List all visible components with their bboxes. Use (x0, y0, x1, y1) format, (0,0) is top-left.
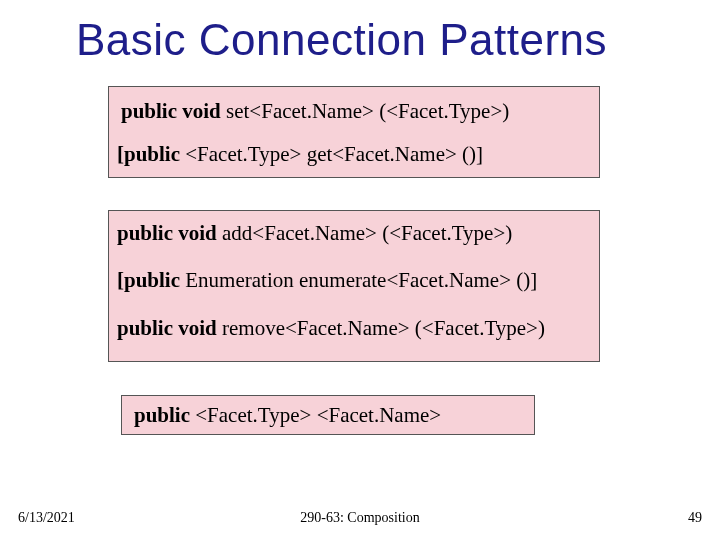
code-text: <Facet.Type> get<Facet.Name> ()] (180, 142, 483, 166)
code-line: [public <Facet.Type> get<Facet.Name> ()] (117, 140, 591, 169)
footer-center: 290-63: Composition (0, 510, 720, 526)
slide: Basic Connection Patterns public void se… (0, 0, 720, 540)
keyword: public void (117, 221, 217, 245)
code-line: public void add<Facet.Name> (<Facet.Type… (117, 219, 591, 248)
keyword: public void (117, 316, 217, 340)
footer-page-number: 49 (688, 510, 702, 526)
code-line: public void set<Facet.Name> (<Facet.Type… (121, 97, 591, 126)
code-line: public <Facet.Type> <Facet.Name> (134, 402, 526, 429)
code-text: add<Facet.Name> (<Facet.Type>) (217, 221, 512, 245)
code-line: [public Enumeration enumerate<Facet.Name… (117, 266, 591, 295)
page-title: Basic Connection Patterns (76, 15, 607, 65)
code-text: Enumeration enumerate<Facet.Name> ()] (180, 268, 537, 292)
pattern-box-2: public void add<Facet.Name> (<Facet.Type… (108, 210, 600, 362)
pattern-box-1: public void set<Facet.Name> (<Facet.Type… (108, 86, 600, 178)
keyword: [public (117, 142, 180, 166)
code-text: <Facet.Type> <Facet.Name> (190, 403, 441, 427)
keyword: public (134, 403, 190, 427)
code-text: remove<Facet.Name> (<Facet.Type>) (217, 316, 545, 340)
keyword: public void (121, 99, 221, 123)
code-text: set<Facet.Name> (<Facet.Type>) (221, 99, 509, 123)
keyword: [public (117, 268, 180, 292)
code-line: public void remove<Facet.Name> (<Facet.T… (117, 314, 591, 343)
pattern-box-3: public <Facet.Type> <Facet.Name> (121, 395, 535, 435)
